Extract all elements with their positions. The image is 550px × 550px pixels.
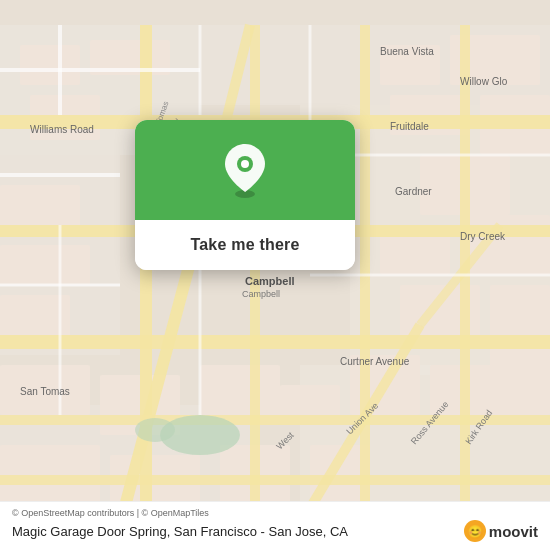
moovit-logo: 😊 moovit — [464, 520, 538, 542]
card-map-area — [135, 120, 355, 220]
svg-text:Willow Glo: Willow Glo — [460, 76, 508, 87]
svg-point-77 — [241, 160, 249, 168]
svg-rect-8 — [20, 45, 80, 85]
svg-rect-25 — [490, 355, 550, 415]
svg-text:Campbell: Campbell — [245, 275, 295, 287]
place-info-row: Magic Garage Door Spring, San Francisco … — [12, 520, 538, 542]
svg-rect-12 — [0, 245, 90, 285]
svg-text:Curtner Avenue: Curtner Avenue — [340, 356, 410, 367]
svg-point-58 — [135, 418, 175, 442]
map-attribution: © OpenStreetMap contributors | © OpenMap… — [12, 508, 538, 518]
location-card: Take me there — [135, 120, 355, 270]
location-pin-icon — [223, 142, 267, 198]
bottom-bar: © OpenStreetMap contributors | © OpenMap… — [0, 501, 550, 550]
moovit-label: moovit — [489, 523, 538, 540]
map-container: Williams Road Campbell Campbell Buena Vi… — [0, 0, 550, 550]
svg-text:Dry Creek: Dry Creek — [460, 231, 506, 242]
svg-text:Williams Road: Williams Road — [30, 124, 94, 135]
svg-rect-20 — [460, 215, 550, 275]
svg-text:Gardner: Gardner — [395, 186, 432, 197]
map-background: Williams Road Campbell Campbell Buena Vi… — [0, 0, 550, 550]
svg-text:Campbell: Campbell — [242, 289, 280, 299]
place-name: Magic Garage Door Spring, San Francisco … — [12, 524, 464, 539]
svg-text:San Tomas: San Tomas — [20, 386, 70, 397]
svg-rect-22 — [490, 285, 550, 365]
svg-text:Fruitdale: Fruitdale — [390, 121, 429, 132]
take-me-there-button[interactable]: Take me there — [135, 220, 355, 270]
svg-text:Buena Vista: Buena Vista — [380, 46, 434, 57]
moovit-icon: 😊 — [464, 520, 486, 542]
